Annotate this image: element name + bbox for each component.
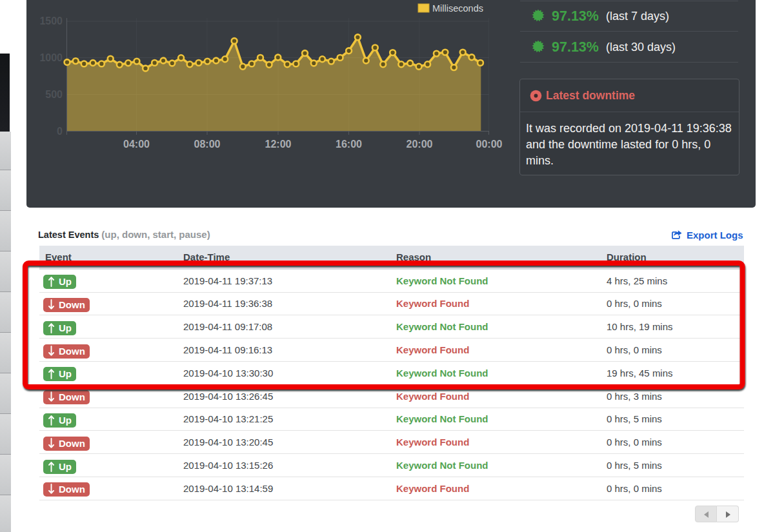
svg-text:00:00: 00:00 <box>476 139 503 150</box>
svg-text:04:00: 04:00 <box>123 139 150 150</box>
svg-text:16:00: 16:00 <box>336 139 362 150</box>
svg-text:20:00: 20:00 <box>407 139 433 150</box>
svg-text:0: 0 <box>57 126 63 137</box>
svg-text:1500: 1500 <box>39 15 63 26</box>
svg-text:08:00: 08:00 <box>194 139 221 150</box>
svg-text:12:00: 12:00 <box>265 139 292 150</box>
svg-text:500: 500 <box>45 89 63 100</box>
svg-text:Milliseconds: Milliseconds <box>432 3 483 14</box>
svg-text:1000: 1000 <box>39 52 63 63</box>
